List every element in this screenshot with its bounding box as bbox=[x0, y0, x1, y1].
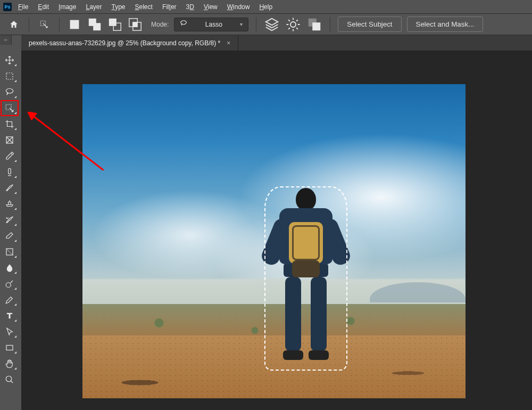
eraser-tool[interactable] bbox=[2, 229, 18, 243]
canvas-area[interactable] bbox=[21, 51, 532, 410]
object-subtract-icon[interactable] bbox=[306, 17, 322, 32]
chevron-down-icon: ▾ bbox=[240, 21, 243, 27]
document-tab-bar: pexels-sassu-anas-732629.jpg @ 25% (Back… bbox=[21, 35, 532, 51]
healing-brush-tool[interactable] bbox=[2, 165, 18, 179]
document-canvas[interactable] bbox=[82, 84, 466, 398]
close-tab-icon[interactable]: × bbox=[227, 39, 230, 47]
blur-tool[interactable] bbox=[2, 261, 18, 275]
menu-file[interactable]: File bbox=[15, 2, 31, 12]
menu-bar: Ps File Edit Image Layer Type Select Fil… bbox=[0, 0, 532, 14]
divider bbox=[256, 17, 256, 32]
tool-panel bbox=[0, 50, 19, 387]
document-tab[interactable]: pexels-sassu-anas-732629.jpg @ 25% (Back… bbox=[21, 35, 238, 51]
hand-tool[interactable] bbox=[2, 357, 18, 371]
mode-label: Mode: bbox=[151, 21, 169, 28]
divider bbox=[59, 17, 60, 32]
svg-rect-4 bbox=[109, 18, 117, 26]
svg-rect-1 bbox=[70, 20, 79, 29]
svg-rect-3 bbox=[93, 23, 101, 30]
pen-tool[interactable] bbox=[2, 293, 18, 307]
select-and-mask-button[interactable]: Select and Mask... bbox=[407, 17, 484, 32]
svg-rect-12 bbox=[6, 73, 13, 79]
photo-subject bbox=[266, 188, 346, 369]
options-bar: Mode: Lasso ▾ Select Subject Select and … bbox=[0, 14, 532, 35]
brush-tool[interactable] bbox=[2, 181, 18, 195]
move-tool[interactable] bbox=[2, 53, 18, 67]
menu-window[interactable]: Window bbox=[224, 2, 253, 12]
menu-filter[interactable]: Filter bbox=[159, 2, 180, 12]
svg-rect-16 bbox=[6, 249, 13, 255]
menu-3d[interactable]: 3D bbox=[183, 2, 197, 12]
panel-expand-handle[interactable]: ›› bbox=[0, 35, 12, 45]
add-selection-icon[interactable] bbox=[87, 17, 102, 32]
type-tool[interactable] bbox=[2, 309, 18, 323]
subtract-selection-icon[interactable] bbox=[107, 17, 122, 32]
rectangle-tool[interactable] bbox=[2, 341, 18, 355]
sample-all-layers-icon[interactable] bbox=[264, 17, 280, 32]
dodge-tool[interactable] bbox=[2, 277, 18, 291]
path-selection-tool[interactable] bbox=[2, 325, 18, 339]
svg-rect-15 bbox=[9, 168, 11, 174]
menu-type[interactable]: Type bbox=[108, 2, 128, 12]
marquee-tool[interactable] bbox=[2, 69, 18, 83]
enhance-edge-icon[interactable] bbox=[285, 17, 301, 32]
zoom-tool[interactable] bbox=[2, 373, 18, 387]
history-brush-tool[interactable] bbox=[2, 213, 18, 227]
object-selection-tool[interactable] bbox=[2, 101, 18, 115]
gradient-tool[interactable] bbox=[2, 245, 18, 259]
intersect-selection-icon[interactable] bbox=[128, 17, 143, 32]
svg-point-19 bbox=[6, 376, 12, 382]
menu-help[interactable]: Help bbox=[256, 2, 276, 12]
svg-rect-8 bbox=[133, 22, 137, 26]
menu-select[interactable]: Select bbox=[132, 2, 156, 12]
crop-tool[interactable] bbox=[2, 117, 18, 131]
menu-view[interactable]: View bbox=[201, 2, 221, 12]
divider bbox=[330, 17, 330, 32]
lasso-icon bbox=[180, 20, 187, 29]
new-selection-icon[interactable] bbox=[67, 17, 82, 32]
menu-image[interactable]: Image bbox=[55, 2, 79, 12]
divider bbox=[29, 17, 29, 32]
svg-point-9 bbox=[290, 22, 296, 27]
mode-dropdown[interactable]: Lasso ▾ bbox=[174, 18, 248, 31]
tool-preset-icon[interactable] bbox=[37, 17, 52, 32]
select-subject-button[interactable]: Select Subject bbox=[338, 17, 401, 32]
svg-rect-11 bbox=[313, 22, 321, 30]
menu-edit[interactable]: Edit bbox=[35, 2, 52, 12]
svg-point-17 bbox=[6, 283, 11, 288]
app-logo: Ps bbox=[3, 3, 12, 11]
mode-value: Lasso bbox=[205, 21, 222, 28]
menu-layer[interactable]: Layer bbox=[82, 2, 105, 12]
lasso-tool[interactable] bbox=[2, 85, 18, 99]
svg-rect-18 bbox=[6, 346, 13, 350]
home-button[interactable] bbox=[6, 17, 21, 32]
eyedropper-tool[interactable] bbox=[2, 149, 18, 163]
frame-tool[interactable] bbox=[2, 133, 18, 147]
document-tab-title: pexels-sassu-anas-732629.jpg @ 25% (Back… bbox=[29, 39, 220, 47]
clone-stamp-tool[interactable] bbox=[2, 197, 18, 211]
